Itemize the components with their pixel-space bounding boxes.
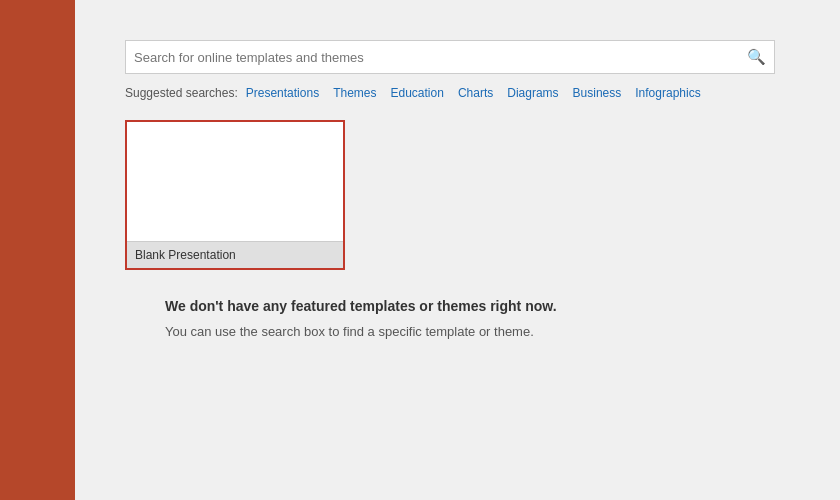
blank-presentation-card[interactable]: Blank Presentation xyxy=(125,120,345,270)
suggested-link-presentations[interactable]: Presentations xyxy=(246,86,319,100)
template-preview xyxy=(127,122,343,242)
suggested-searches: Suggested searches: Presentations Themes… xyxy=(125,86,810,100)
suggested-link-diagrams[interactable]: Diagrams xyxy=(507,86,558,100)
suggested-link-themes[interactable]: Themes xyxy=(333,86,376,100)
suggested-link-charts[interactable]: Charts xyxy=(458,86,493,100)
sidebar xyxy=(0,0,75,500)
empty-state: We don't have any featured templates or … xyxy=(125,298,810,339)
search-icon[interactable]: 🔍 xyxy=(747,48,766,66)
template-label: Blank Presentation xyxy=(127,242,343,268)
search-bar: 🔍 xyxy=(125,40,775,74)
suggested-link-education[interactable]: Education xyxy=(391,86,444,100)
main-content: 🔍 Suggested searches: Presentations Them… xyxy=(75,0,840,500)
search-input[interactable] xyxy=(134,50,747,65)
suggested-label: Suggested searches: xyxy=(125,86,238,100)
suggested-link-infographics[interactable]: Infographics xyxy=(635,86,700,100)
suggested-link-business[interactable]: Business xyxy=(573,86,622,100)
empty-state-title: We don't have any featured templates or … xyxy=(165,298,810,314)
empty-state-description: You can use the search box to find a spe… xyxy=(165,324,810,339)
templates-grid: Blank Presentation xyxy=(125,120,810,270)
